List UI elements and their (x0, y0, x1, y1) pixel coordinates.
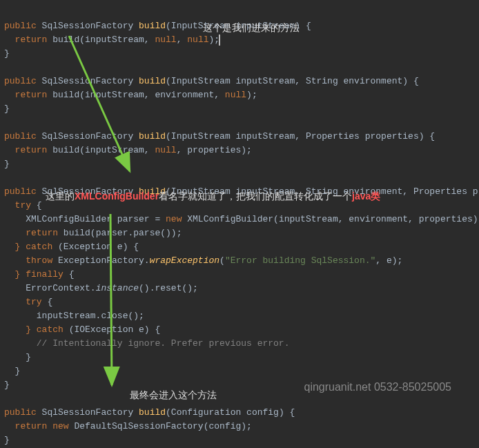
line: public SqlSessionFactory build(Configura… (4, 407, 295, 418)
text-cursor (219, 35, 220, 46)
line: } (4, 352, 31, 362)
line: return build(inputStream, null, null); (4, 35, 220, 45)
annotation-middle: 这里的XMLConfigBuilder看名字就知道了，把我们的配置转化成了一个j… (46, 189, 380, 203)
line: throw ExceptionFactory.wrapException("Er… (4, 255, 402, 266)
line: } catch (Exception e) { (4, 242, 139, 252)
line: } (4, 380, 10, 390)
line: } catch (IOException e) { (4, 324, 160, 335)
line: public SqlSessionFactory build(InputStre… (4, 76, 419, 86)
line: } finally { (4, 269, 74, 280)
line: public SqlSessionFactory build(InputStre… (4, 131, 435, 142)
line: return new DefaultSqlSessionFactory(conf… (4, 421, 252, 431)
annotation-top: 这个是我们进来的方法 (203, 21, 300, 35)
annotation-bottom: 最终会进入这个方法 (130, 388, 217, 402)
line: } (4, 366, 20, 376)
line: return build(parser.parse()); (4, 228, 182, 238)
line: ErrorContext.instance().reset(); (4, 283, 198, 293)
line: } (4, 435, 10, 445)
watermark-text: qingruanit.net 0532-85025005 (304, 380, 451, 394)
line: XMLConfigBuilder parser = new XMLConfigB… (4, 214, 479, 224)
line: } (4, 104, 10, 114)
line: // Intentionally ignore. Prefer previous… (4, 338, 289, 349)
line: } (4, 159, 10, 169)
line: inputStream.close(); (4, 311, 144, 321)
line: return build(inputStream, environment, n… (4, 90, 257, 100)
line: try { (4, 200, 42, 211)
line: } (4, 48, 10, 59)
line: return build(inputStream, null, properti… (4, 145, 252, 155)
line: try { (4, 297, 52, 307)
